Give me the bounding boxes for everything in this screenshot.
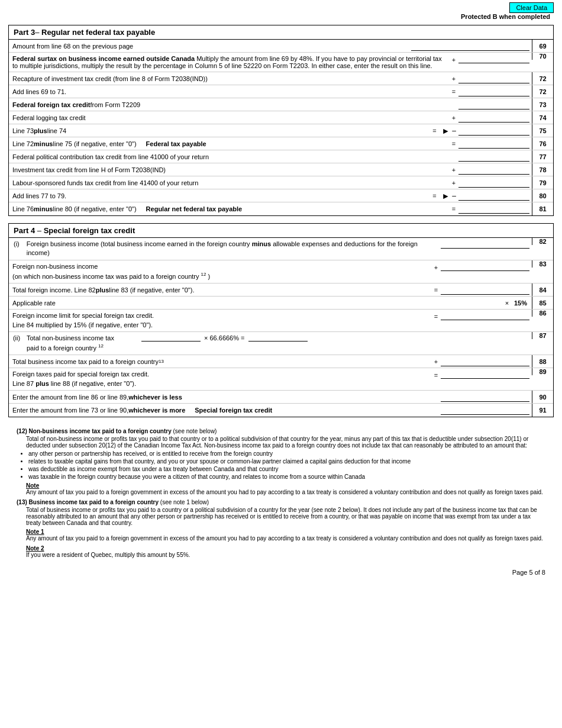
clear-data-button[interactable]: Clear Data — [509, 2, 554, 13]
row-70: Federal surtax on business income earned… — [9, 53, 553, 72]
row-76-label: Line 72 minus line 75 (if negative, ente… — [9, 137, 447, 150]
row-87-sublabel: (ii) — [9, 332, 23, 342]
row-72-input-area: = — [447, 85, 532, 98]
part4-section: Part 4 – Special foreign tax credit (i) … — [8, 223, 554, 417]
row-74-op: + — [449, 114, 458, 121]
row-77-input[interactable] — [458, 152, 529, 162]
row-69-input-area — [409, 40, 532, 52]
row-78-op: + — [449, 166, 458, 173]
row-74-input[interactable] — [458, 113, 529, 123]
row-72-linenum: 72 — [532, 85, 553, 98]
row-85-input-area: × 15% — [500, 297, 532, 309]
row-71-input[interactable] — [458, 74, 529, 83]
note-12-sub: Note Any amount of tax you paid to a for… — [26, 482, 545, 495]
row-74-input-area[interactable]: + — [447, 111, 532, 124]
row-78-input[interactable] — [458, 165, 529, 175]
row-70-bold: Federal surtax on business income earned… — [12, 55, 195, 62]
row-83-label: Foreign non-business income(on which non… — [9, 260, 429, 283]
row-87-input[interactable] — [248, 332, 308, 342]
row-72: Add lines 69 to 71. = 72 — [9, 85, 553, 98]
row-76-op: = — [449, 140, 458, 147]
part4-title: Part 4 – Special foreign tax credit — [9, 224, 553, 238]
row-83-linenum: 83 — [532, 260, 553, 268]
row-85-percent: 15% — [514, 299, 527, 307]
row-87-linenum: 87 — [532, 332, 553, 339]
row-88-input[interactable] — [441, 357, 529, 366]
row-91: Enter the amount from line 73 or line 90… — [9, 404, 553, 417]
row-88-label: Total business income tax paid to a fore… — [9, 355, 429, 368]
part3-title-text: Part 3– Regular net federal tax payable — [14, 28, 155, 37]
row-88-linenum: 88 — [532, 355, 553, 368]
row-79-linenum: 79 — [532, 176, 553, 189]
note-1-title: Note 1 — [26, 529, 545, 535]
row-86: Foreign income limit for special foreign… — [9, 310, 553, 332]
row-89-input-area: = — [429, 368, 532, 381]
row-78-linenum: 78 — [532, 163, 553, 176]
row-83-input[interactable] — [441, 262, 529, 271]
row-75-label: Line 73 plus line 74 — [9, 124, 427, 137]
row-77-label: Federal political contribution tax credi… — [9, 150, 456, 163]
row-87-multiply: × 66.6666% = — [204, 334, 245, 342]
note-2: Note 2 If you were a resident of Quebec,… — [26, 545, 545, 558]
row-91-label: Enter the amount from line 73 or line 90… — [9, 404, 438, 417]
row-76-linenum: 76 — [532, 137, 553, 150]
row-77: Federal political contribution tax credi… — [9, 150, 553, 163]
row-81-input-area: = — [447, 202, 532, 215]
row-84: Total foreign income. Line 82 plus line … — [9, 284, 553, 297]
row-80-input-area: = ► – — [427, 189, 532, 202]
note-2-title: Note 2 — [26, 545, 545, 552]
row-84-linenum: 84 — [532, 284, 553, 296]
row-86-linenum: 86 — [532, 310, 553, 317]
row-69: Amount from line 68 on the previous page… — [9, 40, 553, 53]
note-2-text: If you were a resident of Quebec, multip… — [26, 552, 545, 558]
row-88-op: + — [431, 358, 441, 365]
note-13: (13) Business income tax paid to a forei… — [17, 499, 545, 558]
row-86-input-area: = — [429, 310, 532, 323]
part3-section: Part 3– Regular net federal tax payable … — [8, 25, 554, 216]
row-78-label: Investment tax credit from line H of For… — [9, 163, 447, 176]
bullet-item: any other person or partnership has rece… — [28, 450, 545, 457]
row-80-minus: – — [452, 192, 456, 200]
row-79-input[interactable] — [458, 178, 529, 188]
note-1-text: Any amount of tax you paid to a foreign … — [26, 535, 545, 542]
row-69-label: Amount from line 68 on the previous page — [9, 40, 409, 52]
row-73-label: Federal foreign tax credit from Form T22… — [9, 98, 456, 111]
row-75-minus: – — [452, 127, 456, 135]
row-88: Total business income tax paid to a fore… — [9, 355, 553, 368]
note-12-title: (12) Non-business income tax paid to a f… — [17, 428, 172, 434]
row-79-input-area[interactable]: + — [447, 176, 532, 189]
row-83-input-area[interactable]: + — [429, 260, 532, 273]
note-12-bullets: any other person or partnership has rece… — [28, 450, 545, 480]
part3-title: Part 3– Regular net federal tax payable — [9, 25, 553, 40]
row-73-input[interactable] — [458, 100, 529, 109]
row-82-input[interactable] — [441, 239, 529, 249]
row-72-label: Add lines 69 to 71. — [9, 85, 447, 98]
row-71-op: + — [449, 75, 458, 82]
row-71-input-area[interactable]: + — [447, 72, 532, 85]
row-90-linenum: 90 — [532, 391, 553, 403]
row-85: Applicable rate × 15% 85 — [9, 297, 553, 310]
row-73-linenum: 73 — [532, 98, 553, 111]
row-88-input-area[interactable]: + — [429, 355, 532, 368]
row-70-linenum: 70 — [532, 53, 553, 60]
row-91-linenum: 91 — [532, 404, 553, 417]
row-77-input-area[interactable] — [456, 150, 532, 163]
row-90-input-area[interactable] — [438, 391, 532, 403]
note-12-see: (see note below) — [172, 428, 217, 434]
row-80-label: Add lines 77 to 79. — [9, 189, 427, 202]
row-82: (i) Foreign business income (total busin… — [9, 238, 553, 260]
row-86-label: Foreign income limit for special foreign… — [9, 310, 429, 331]
row-82-input-area[interactable] — [438, 238, 532, 251]
row-82-linenum: 82 — [532, 238, 553, 245]
row-90: Enter the amount from line 86 or line 89… — [9, 391, 553, 404]
row-73-input-area[interactable] — [456, 98, 532, 111]
row-70-input-area[interactable]: + — [447, 53, 532, 66]
row-71-label: Recapture of investment tax credit (from… — [9, 72, 447, 85]
row-90-input[interactable] — [441, 392, 529, 402]
row-84-op: = — [431, 286, 441, 294]
row-70-input[interactable] — [458, 54, 529, 63]
bullet-item: was taxable in the foreign country becau… — [28, 473, 545, 480]
row-83-op: + — [431, 264, 441, 271]
row-74: Federal logging tax credit + 74 — [9, 111, 553, 124]
row-78-input-area[interactable]: + — [447, 163, 532, 176]
